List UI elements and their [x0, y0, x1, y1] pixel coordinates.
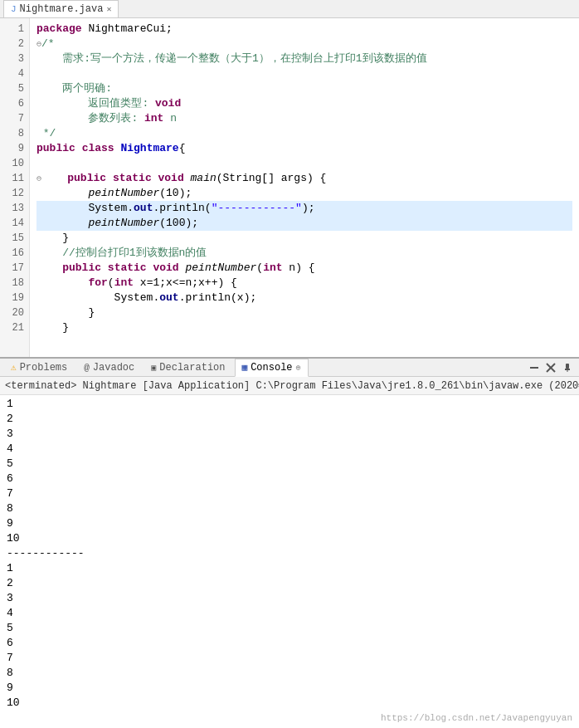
editor-tab-bar: J Nightmare.java ✕: [0, 0, 579, 18]
console-output[interactable]: 1 2 3 4 5 6 7 8 9 10 ------------ 1 2 3 …: [0, 395, 579, 728]
editor-tab-nightmare[interactable]: J Nightmare.java ✕: [3, 0, 119, 17]
code-line-4: [36, 66, 572, 81]
tab-problems-label: Problems: [20, 362, 68, 374]
code-line-7: 参数列表: int n: [36, 111, 572, 126]
code-line-10: [36, 156, 572, 171]
code-line-13: System.out.println("------------");: [36, 201, 572, 216]
javadoc-icon: @: [84, 363, 90, 373]
code-line-16: //控制台打印1到该数据n的值: [36, 246, 572, 261]
code-container: 1 2 3 4 5 6 7 8 9 10 11 12 13 14 15 16 1…: [0, 18, 579, 357]
code-line-5: 两个明确:: [36, 81, 572, 96]
editor-area: J Nightmare.java ✕ 1 2 3 4 5 6 7 8 9 10 …: [0, 0, 579, 357]
declaration-icon: ▣: [151, 363, 156, 373]
watermark: https://blog.csdn.net/Javapengyuyan: [381, 713, 572, 723]
editor-tab-label: Nightmare.java: [20, 3, 104, 15]
console-panel: <terminated> Nightmare [Java Application…: [0, 377, 579, 728]
console-icon: ▦: [242, 362, 248, 373]
code-line-12: peintNumber(10);: [36, 186, 572, 201]
tab-javadoc[interactable]: @ Javadoc: [76, 359, 142, 377]
code-line-11: ⊖ public static void main(String[] args)…: [36, 171, 572, 186]
code-line-2: ⊖/*: [36, 37, 572, 51]
close-icon: [546, 363, 556, 373]
console-terminated-line: <terminated> Nightmare [Java Application…: [0, 377, 579, 395]
code-line-19: System.out.println(x);: [36, 291, 572, 305]
svg-rect-5: [567, 370, 568, 372]
code-line-14: peintNumber(100);: [36, 216, 572, 231]
code-line-1: package NightmareCui;: [36, 22, 572, 37]
svg-rect-3: [566, 364, 569, 369]
code-line-15: }: [36, 231, 572, 246]
tab-declaration[interactable]: ▣ Declaration: [144, 359, 232, 377]
tab-javadoc-label: Javadoc: [93, 362, 134, 374]
code-line-21: }: [36, 320, 572, 335]
code-line-6: 返回值类型: void: [36, 96, 572, 111]
pin-icon: [562, 363, 572, 373]
minimize-panel-button[interactable]: [528, 361, 541, 374]
console-link-icon: ⊕: [296, 363, 301, 373]
code-line-20: }: [36, 305, 572, 320]
tab-problems[interactable]: ⚠ Problems: [3, 359, 75, 377]
code-content[interactable]: package NightmareCui;⊖/* 需求:写一个方法，传递一个整数…: [30, 18, 579, 357]
code-line-9: public class Nightmare{: [36, 141, 572, 156]
pin-panel-button[interactable]: [561, 361, 574, 374]
svg-rect-0: [530, 367, 538, 369]
panel-tab-bar: ⚠ Problems @ Javadoc ▣ Declaration ▦ Con…: [0, 357, 579, 377]
code-line-17: public static void peintNumber(int n) {: [36, 261, 572, 276]
code-line-18: for(int x=1;x<=n;x++) {: [36, 276, 572, 291]
tab-file-icon: J: [11, 4, 17, 14]
code-line-8: */: [36, 126, 572, 141]
close-panel-button[interactable]: [544, 361, 557, 374]
code-line-3: 需求:写一个方法，传递一个整数（大于1），在控制台上打印1到该数据的值: [36, 51, 572, 66]
line-numbers: 1 2 3 4 5 6 7 8 9 10 11 12 13 14 15 16 1…: [0, 18, 30, 357]
svg-rect-4: [565, 369, 570, 370]
tab-declaration-label: Declaration: [159, 362, 225, 374]
problems-icon: ⚠: [11, 362, 17, 373]
panel-tab-actions: [528, 361, 579, 374]
tab-console[interactable]: ▦ Console ⊕: [235, 359, 309, 377]
minimize-icon: [529, 363, 539, 373]
tab-console-label: Console: [251, 362, 292, 374]
editor-tab-close[interactable]: ✕: [106, 4, 111, 14]
